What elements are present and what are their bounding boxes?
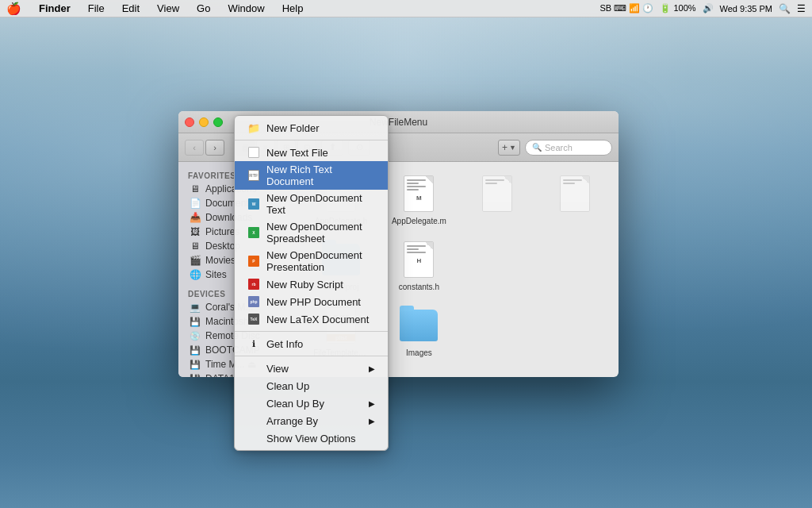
txt-icon — [247, 146, 260, 159]
menu-item-new-odt[interactable]: W New OpenDocument Text — [235, 190, 388, 218]
file-item-appdelegate-m[interactable]: M AppDelegate.m — [383, 170, 454, 229]
menu-item-new-odp[interactable]: P New OpenDocument Presentation — [235, 247, 388, 275]
menu-label-new-php: New PHP Document — [266, 296, 361, 308]
menubar-status-icons: SB ⌨ 📶 🕐 — [600, 3, 654, 13]
rtf-icon: RTF — [247, 169, 260, 182]
code-file-icon-constants: H — [404, 241, 434, 278]
view-options-icon — [247, 432, 260, 444]
file-icon-constants: H — [398, 239, 439, 280]
data1-icon: 💾 — [190, 374, 201, 378]
menu-label-new-latex: New LaTeX Document — [266, 314, 369, 325]
file-item-extra2[interactable] — [539, 170, 611, 229]
search-box[interactable]: 🔍 Search — [525, 140, 612, 156]
info-icon: ℹ — [247, 337, 260, 350]
search-icon[interactable]: 🔍 — [779, 3, 791, 14]
mini-rb: rb — [248, 279, 259, 290]
menubar-battery: 🔋 100% — [660, 3, 695, 13]
movies-icon: 🎬 — [190, 255, 201, 266]
menu-item-show-view-options[interactable]: Show View Options — [235, 429, 388, 447]
mini-odp: P — [248, 256, 259, 267]
menu-item-arrange-by[interactable]: Arrange By ▶ — [235, 412, 388, 429]
menubar-finder[interactable]: Finder — [36, 2, 74, 14]
menu-item-new-ruby[interactable]: rb New Ruby Script — [235, 275, 388, 293]
back-button[interactable]: ‹ — [185, 140, 204, 156]
maximize-button[interactable] — [213, 117, 223, 127]
window-controls — [185, 117, 223, 127]
forward-button[interactable]: › — [205, 140, 224, 156]
minimize-button[interactable] — [199, 117, 209, 127]
nav-buttons: ‹ › — [185, 140, 224, 156]
menu-label-arrange-by: Arrange By — [266, 415, 318, 427]
menu-item-new-rtf[interactable]: RTF New Rich Text Document — [235, 161, 388, 190]
file-item-extra1[interactable] — [462, 170, 533, 229]
code-line — [407, 252, 426, 253]
sidebar-label-data1: DATA1 — [205, 373, 235, 377]
sites-icon: 🌐 — [190, 269, 201, 280]
code-file-icon-extra2 — [560, 175, 590, 212]
mini-txt — [248, 147, 259, 158]
menubar-help[interactable]: Help — [279, 2, 307, 14]
odt-icon: W — [247, 198, 260, 210]
menu-label-clean-up: Clean Up — [266, 380, 309, 392]
desktop: 🍎 Finder File Edit View Go Window Help S… — [0, 0, 812, 508]
menu-separator-2 — [235, 331, 388, 332]
menu-label-get-info: Get Info — [266, 338, 303, 350]
mini-tex: TeX — [248, 314, 259, 325]
file-name-appdelegate-m: AppDelegate.m — [392, 217, 446, 226]
computer-icon: 💻 — [190, 302, 201, 313]
mini-rtf: RTF — [248, 170, 259, 181]
odp-icon: P — [247, 255, 260, 267]
menubar-edit[interactable]: Edit — [119, 2, 143, 14]
code-line — [407, 179, 426, 181]
file-icon-extra2 — [554, 173, 596, 214]
folder-icon-menu: 📁 — [247, 121, 260, 134]
menu-item-new-latex[interactable]: TeX New LaTeX Document — [235, 310, 388, 328]
add-button[interactable]: + ▼ — [498, 140, 520, 156]
close-button[interactable] — [185, 117, 194, 127]
code-line — [407, 248, 419, 250]
menu-item-clean-up[interactable]: Clean Up — [235, 377, 388, 394]
context-menu: 📁 New Folder New Text File RTF New Rich … — [234, 115, 389, 451]
menubar: 🍎 Finder File Edit View Go Window Help S… — [0, 0, 812, 17]
menu-label-clean-up-by: Clean Up By — [266, 398, 324, 410]
menu-item-view[interactable]: View ▶ — [235, 360, 388, 377]
cleanup-icon — [247, 379, 260, 392]
hdd-icon: 💾 — [190, 317, 201, 327]
menubar-speaker: 🔊 — [703, 3, 714, 13]
bootcamp-icon: 💾 — [190, 345, 201, 356]
menubar-view[interactable]: View — [154, 2, 182, 14]
file-icon-extra1 — [477, 173, 518, 214]
menubar-datetime: Wed 9:35 PM — [720, 4, 772, 13]
view-icon — [247, 362, 260, 375]
mini-odt: W — [248, 198, 259, 210]
menu-item-clean-up-by[interactable]: Clean Up By ▶ — [235, 394, 388, 412]
latex-icon: TeX — [247, 313, 260, 325]
file-item-constants-h[interactable]: H constants.h — [383, 236, 454, 295]
menubar-window[interactable]: Window — [224, 2, 267, 14]
apple-menu[interactable]: 🍎 — [6, 2, 21, 16]
menu-item-new-ods[interactable]: X New OpenDocument Spreadsheet — [235, 218, 388, 247]
menu-item-get-info[interactable]: ℹ Get Info — [235, 335, 388, 352]
notification-icon[interactable]: ☰ — [797, 3, 806, 14]
downloads-icon: 📥 — [190, 212, 201, 223]
file-name-images: Images — [406, 348, 432, 358]
menubar-go[interactable]: Go — [193, 2, 213, 14]
ods-icon: X — [247, 226, 260, 239]
menubar-file[interactable]: File — [85, 2, 108, 14]
submenu-arrow-view: ▶ — [369, 364, 375, 373]
menu-item-new-php[interactable]: php New PHP Document — [235, 293, 388, 310]
menu-label-new-ruby: New Ruby Script — [266, 279, 343, 291]
search-icon: 🔍 — [532, 143, 542, 152]
menu-item-new-text-file[interactable]: New Text File — [235, 144, 388, 161]
menu-separator-1 — [235, 140, 388, 140]
file-item-images[interactable]: Images — [383, 302, 454, 361]
menu-label-new-folder: New Folder — [266, 122, 319, 134]
code-line — [407, 189, 419, 190]
file-icon-appdelegate-m: M — [398, 173, 439, 214]
menu-item-new-folder[interactable]: 📁 New Folder — [235, 119, 388, 137]
code-line — [407, 245, 426, 247]
php-icon: php — [247, 295, 260, 308]
menu-label-show-view-options: Show View Options — [266, 433, 356, 444]
folder-icon-images — [400, 310, 438, 341]
code-line — [407, 183, 419, 184]
